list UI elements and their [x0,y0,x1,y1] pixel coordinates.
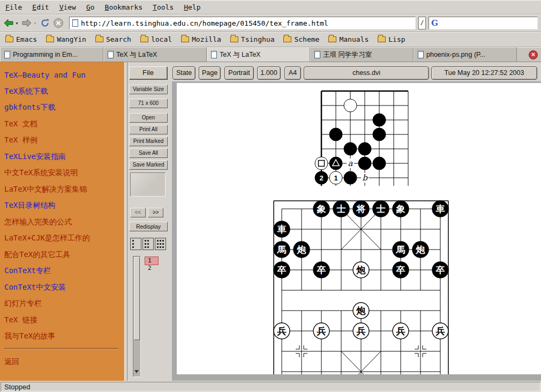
sidebar-link-list: TeX—Beauty and FunTeX系统下载gbkfonts下载TeX 文… [0,62,124,345]
back-button[interactable]: ▼ [3,18,19,28]
tab-3[interactable]: TeX 与 LaTeX [207,47,310,62]
svg-text:馬: 馬 [396,245,405,255]
sidebar-link[interactable]: 幻灯片专栏 [0,296,124,312]
forward-dropdown-icon[interactable]: ▼ [33,21,37,25]
page-mode-button[interactable]: Page [199,66,221,80]
menu-help[interactable]: Help [184,3,200,11]
status-field: Stopped [1,382,540,391]
open-button[interactable]: Open [129,113,168,123]
state-button[interactable]: State [172,66,196,80]
tab-2[interactable]: TeX 与 LaTeX [103,47,207,62]
go-board: ab21 [315,91,408,186]
zoom-factor-button[interactable]: 1.000 [257,66,281,80]
sidebar-link[interactable]: TeX目录树结构 [0,198,124,214]
variable-size-button[interactable]: Variable Size [129,85,168,94]
go-stone [329,128,342,141]
xdvi-side-panel: File << >> Redisplay 12 Variable Size71 … [127,62,172,381]
chess-diagrams: ab21象士将士象車車馬炮馬炮卒卒炮卒卒炮兵兵兵兵兵 [177,83,541,374]
bookmark-scheme[interactable]: Scheme [283,35,319,43]
svg-text:士: 士 [336,204,346,214]
sidebar-link[interactable]: ConTeXt中文安装 [0,280,124,296]
previous-page-button[interactable]: << [130,208,146,217]
bookmark-wangyin[interactable]: WangYin [46,35,86,43]
tab-4[interactable]: 王垠 同学学习室 [310,47,414,62]
print-marked-button[interactable]: Print Marked [129,137,168,146]
tab-1[interactable]: Programming in Em... [0,47,103,62]
sidebar-link[interactable]: TeXLive安装指南 [0,149,124,165]
url-bar[interactable] [69,17,416,29]
paper-size-button[interactable]: A4 [284,66,301,80]
next-page-button[interactable]: >> [148,208,163,217]
sidebar-link[interactable]: TeX系统下载 [0,84,124,100]
svg-text:将: 将 [356,204,366,214]
menu-go[interactable]: Go [86,3,95,11]
search-box[interactable]: G [429,17,538,29]
page-layout-1-icon[interactable] [130,238,141,250]
menu-view[interactable]: View [59,3,76,11]
menubar: FileEditViewGoBookmarksToolsHelp [0,0,541,14]
url-drop-button[interactable]: / [418,17,426,29]
scrollbar-down-arrow-icon[interactable] [134,370,139,375]
tab-label: phoenix-ps.png (P... [426,51,485,58]
save-all-button[interactable]: Save All [129,148,168,158]
bookmarks-bar: EmacsWangYinSearchlocalMozillaTsinghuaSc… [0,32,541,47]
sidebar-link[interactable]: TeX—Beauty and Fun [0,67,124,84]
bookmark-lisp[interactable]: Lisp [378,35,405,43]
page-number-2[interactable]: 2 [145,265,158,272]
file-menu-button[interactable]: File [129,66,167,79]
status-text: Stopped [4,383,30,391]
bookmark-search[interactable]: Search [95,35,131,43]
sidebar-link[interactable]: 怎样输入完美的公式 [0,214,124,231]
forward-icon [21,18,32,28]
sidebar-link[interactable]: 中文TeX系统安装说明 [0,165,124,182]
save-marked-button[interactable]: Save Marked [129,160,168,170]
document-icon [418,51,424,58]
sidebar-link[interactable]: LaTeX+CJK是怎样工作的 [0,230,124,247]
search-input[interactable] [440,19,535,27]
sidebar-link[interactable]: LaTeX中文解决方案集锦 [0,182,124,198]
bookmark-manuals[interactable]: Manuals [328,35,369,43]
bookmark-local[interactable]: local [140,35,172,43]
bookmark-label: Scheme [294,35,319,43]
menu-edit[interactable]: Edit [32,3,49,11]
sidebar-divider [4,348,118,349]
sidebar-link[interactable]: 配合TeX的其它工具 [0,247,124,263]
menu-file[interactable]: File [5,3,22,11]
page-layout-3-icon[interactable] [155,238,166,250]
tab-close-button[interactable]: × [529,50,538,59]
page-list-scrollbar[interactable] [133,256,141,377]
page-layout-2-icon[interactable] [142,238,154,250]
bookmark-mozilla[interactable]: Mozilla [181,35,221,43]
document-icon [108,51,114,58]
page-number-1[interactable]: 1 [145,257,158,265]
orientation-button[interactable]: Portrait [224,66,254,80]
menu-tools[interactable]: Tools [153,3,174,11]
url-input[interactable] [81,18,412,28]
go-stone [373,157,386,170]
shrink-factor-button[interactable]: 71 x 600 [129,99,168,108]
sidebar-link[interactable]: gbkfonts下载 [0,100,124,116]
redisplay-button[interactable]: Redisplay [129,222,168,231]
sidebar-link[interactable]: ConTeXt专栏 [0,263,124,280]
forward-button[interactable]: ▼ [21,18,37,28]
print-all-button[interactable]: Print All [129,125,168,134]
sidebar-link[interactable]: TeX 样例 [0,132,124,149]
sidebar-link[interactable]: TeX 链接 [0,312,124,329]
reload-button[interactable] [40,18,50,28]
status-bar: Stopped [0,381,541,392]
bookmark-tsinghua[interactable]: Tsinghua [230,35,275,43]
sidebar-link[interactable]: 我与TeX的故事 [0,328,124,345]
svg-text:兵: 兵 [396,326,405,336]
svg-text:炮: 炮 [297,245,306,255]
scrollbar-thumb[interactable] [134,257,140,340]
menu-bookmarks[interactable]: Bookmarks [105,3,142,11]
svg-text:炮: 炮 [356,265,366,275]
sidebar-back-link[interactable]: 返回 [0,354,124,371]
go-stone [344,171,357,184]
stop-button[interactable] [53,18,64,28]
sidebar-link[interactable]: TeX 文档 [0,116,124,133]
bookmark-emacs[interactable]: Emacs [5,35,37,43]
back-dropdown-icon[interactable]: ▼ [15,21,19,25]
go-stone [358,157,371,170]
tab-5[interactable]: phoenix-ps.png (P... [414,47,517,62]
